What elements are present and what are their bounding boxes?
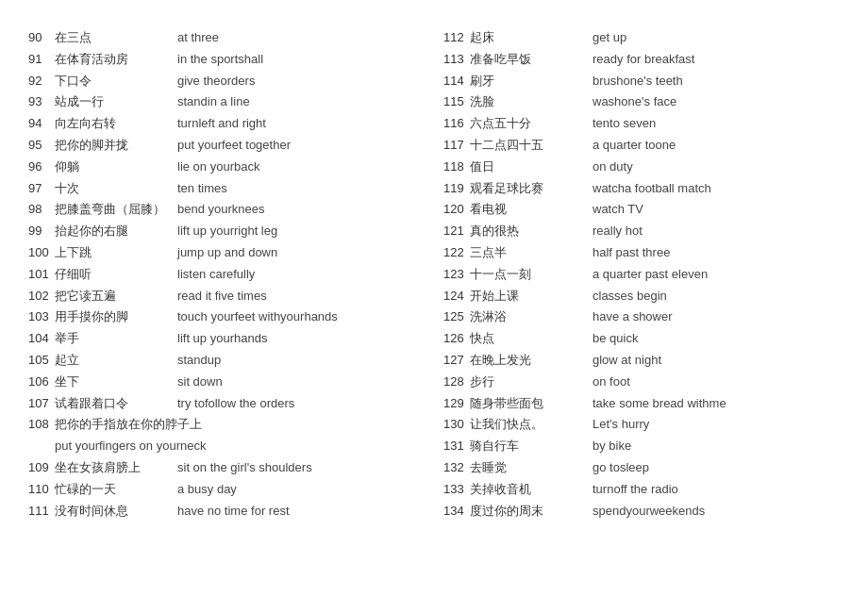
entry-number: 94 <box>28 114 55 134</box>
entry-number: 95 <box>28 136 55 156</box>
english-text: washone's face <box>593 92 676 112</box>
english-text: go tosleep <box>593 458 649 478</box>
entry-number: 90 <box>28 28 55 48</box>
english-text: ten times <box>177 179 227 199</box>
list-item: 91 在体育活动房 in the sportshall <box>28 50 425 70</box>
entry-number: 133 <box>443 480 470 500</box>
english-text: lift up yourhands <box>177 329 267 349</box>
english-text: give theorders <box>177 72 255 91</box>
entry-number: 117 <box>443 136 470 156</box>
english-text: put yourfeet together <box>177 136 291 156</box>
english-text: read it five times <box>177 287 267 306</box>
entry-number: 130 <box>443 415 470 435</box>
chinese-text: 骑自行车 <box>470 437 593 456</box>
chinese-text: 把你的脚并拢 <box>55 136 177 156</box>
chinese-text: 在体育活动房 <box>55 50 177 70</box>
entry-number: 93 <box>28 92 55 112</box>
list-item: 110 忙碌的一天 a busy day <box>28 480 425 500</box>
english-text: sit on the girl's shoulders <box>177 458 312 478</box>
english-text: standup <box>177 351 221 371</box>
chinese-text: 下口令 <box>55 72 177 91</box>
english-text: classes begin <box>593 287 667 306</box>
english-text: half past three <box>593 243 670 263</box>
list-item: 97 十次 ten times <box>28 179 425 199</box>
chinese-text: 十次 <box>55 179 177 199</box>
entry-number: 92 <box>28 72 55 91</box>
english-text: get up <box>593 28 626 48</box>
chinese-text: 洗淋浴 <box>470 307 593 327</box>
chinese-text: 随身带些面包 <box>470 394 593 414</box>
list-item: 133 关掉收音机 turnoff the radio <box>443 480 840 500</box>
list-item: 127 在晚上发光 glow at night <box>443 351 840 371</box>
chinese-text: 在三点 <box>55 28 177 48</box>
chinese-text: 起床 <box>470 28 593 48</box>
entry-number: 129 <box>443 394 470 414</box>
chinese-text: 站成一行 <box>55 92 177 112</box>
english-text: try tofollow the orders <box>177 394 294 414</box>
entry-number: 127 <box>443 351 470 371</box>
chinese-text: 值日 <box>470 157 593 177</box>
chinese-text: 让我们快点。 <box>470 415 593 435</box>
chinese-text: 没有时间休息 <box>55 502 177 522</box>
english-text: listen carefully <box>177 265 255 285</box>
english-text: lift up yourright leg <box>177 222 277 241</box>
chinese-text: 仔细听 <box>55 265 177 285</box>
entry-number: 131 <box>443 437 470 456</box>
entry-number: 98 <box>28 200 55 220</box>
entry-number: 111 <box>28 502 55 522</box>
entry-number: 114 <box>443 72 470 91</box>
entry-number: 128 <box>443 373 470 392</box>
english-text: watch TV <box>593 200 643 220</box>
chinese-text: 十一点一刻 <box>470 265 593 285</box>
list-item: 117 十二点四十五 a quarter toone <box>443 136 840 156</box>
list-item: 116 六点五十分 tento seven <box>443 114 840 134</box>
list-item: 106 坐下 sit down <box>28 373 425 392</box>
chinese-text: 用手摸你的脚 <box>55 307 177 327</box>
chinese-text: 度过你的周末 <box>470 502 593 522</box>
english-text: really hot <box>593 222 643 241</box>
entry-number: 118 <box>443 157 470 177</box>
list-item: 120 看电视 watch TV <box>443 200 840 220</box>
chinese-text: 忙碌的一天 <box>55 480 177 500</box>
list-item: 93 站成一行 standin a line <box>28 92 425 112</box>
list-item: 114 刷牙 brushone's teeth <box>443 72 840 91</box>
list-item: 113 准备吃早饭 ready for breakfast <box>443 50 840 70</box>
list-item: 100 上下跳 jump up and down <box>28 243 425 263</box>
entry-number: 109 <box>28 458 55 478</box>
chinese-text: 举手 <box>55 329 177 349</box>
chinese-text: 抬起你的右腿 <box>55 222 177 241</box>
english-text: a quarter past eleven <box>593 265 708 285</box>
list-item: 109 坐在女孩肩膀上 sit on the girl's shoulders <box>28 458 425 478</box>
english-text: bend yourknees <box>177 200 265 220</box>
english-text: tento seven <box>593 114 656 134</box>
list-item: 126 快点 be quick <box>443 329 840 349</box>
chinese-text: 把你的手指放在你的脖子上 <box>55 415 202 435</box>
list-item: 107 试着跟着口令 try tofollow the orders <box>28 394 425 414</box>
list-item: 125 洗淋浴 have a shower <box>443 307 840 327</box>
list-item: 132 去睡觉 go tosleep <box>443 458 840 478</box>
english-text: watcha football match <box>593 179 711 199</box>
list-item: 108 把你的手指放在你的脖子上 <box>28 415 425 435</box>
english-text: put yourfingers on yourneck <box>55 437 206 456</box>
chinese-text: 三点半 <box>470 243 593 263</box>
english-text: on duty <box>593 157 633 177</box>
list-item: 94 向左向右转 turnleft and right <box>28 114 425 134</box>
english-text: brushone's teeth <box>593 72 683 91</box>
chinese-text: 把膝盖弯曲（屈膝） <box>55 200 177 220</box>
chinese-text: 在晚上发光 <box>470 351 593 371</box>
english-text: Let's hurry <box>593 415 649 435</box>
english-text: turnleft and right <box>177 114 266 134</box>
list-item: 134 度过你的周末 spendyourweekends <box>443 502 840 522</box>
chinese-text: 起立 <box>55 351 177 371</box>
list-item: put yourfingers on yourneck <box>28 437 425 456</box>
list-item: 123 十一点一刻 a quarter past eleven <box>443 265 840 285</box>
chinese-text: 上下跳 <box>55 243 177 263</box>
left-column: 90 在三点 at three 91 在体育活动房 in the sportsh… <box>28 28 434 594</box>
entry-number: 91 <box>28 50 55 70</box>
list-item: 111 没有时间休息 have no time for rest <box>28 502 425 522</box>
entry-number: 102 <box>28 287 55 306</box>
chinese-text: 把它读五遍 <box>55 287 177 306</box>
list-item: 105 起立 standup <box>28 351 425 371</box>
chinese-text: 坐下 <box>55 373 177 392</box>
right-column: 112 起床 get up 113 准备吃早饭 ready for breakf… <box>434 28 840 594</box>
